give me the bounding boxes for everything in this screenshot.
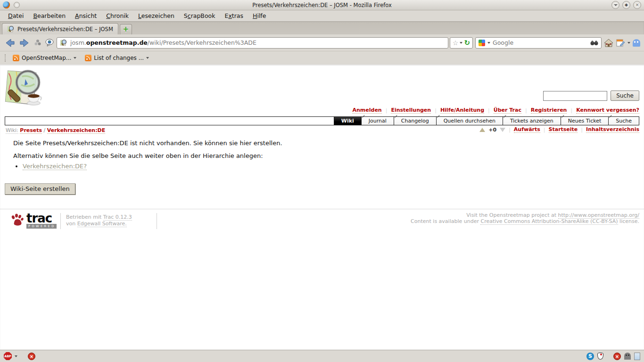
rss-feed-icon bbox=[85, 55, 91, 61]
menu-datei[interactable]: Datei bbox=[4, 11, 28, 20]
proxy-icon bbox=[34, 39, 41, 47]
new-tab-button[interactable]: + bbox=[120, 24, 132, 34]
josm-logo[interactable] bbox=[4, 67, 45, 109]
metanav-registrieren[interactable]: Registrieren bbox=[531, 107, 567, 114]
tab-journal[interactable]: Journal bbox=[361, 117, 394, 125]
quick-search: Suche bbox=[543, 90, 639, 101]
tab-wiki[interactable]: Wiki bbox=[334, 117, 361, 125]
breadcrumb-presets-link[interactable]: Presets bbox=[20, 127, 42, 134]
metanav-einstellungen[interactable]: Einstellungen bbox=[391, 107, 431, 114]
bookmark-chevron-icon[interactable] bbox=[460, 42, 462, 44]
tab-active[interactable]: Presets/Verkehrszeichen:DE – JOSM bbox=[2, 23, 118, 34]
search-bar[interactable] bbox=[475, 37, 602, 49]
binoculars-icon[interactable] bbox=[590, 40, 598, 46]
window-close-button[interactable]: × bbox=[633, 1, 641, 9]
ctxtnav-separator: | bbox=[509, 127, 511, 133]
translator-addon-button[interactable] bbox=[45, 38, 54, 48]
metanav-ueber-trac[interactable]: Über Trac bbox=[494, 107, 521, 114]
bookmark-openstreetmap[interactable]: OpenStreetMap... bbox=[11, 54, 78, 62]
metanav-kennwort[interactable]: Kennwort vergessen? bbox=[576, 107, 639, 114]
trac-logo[interactable]: trac POWERED bbox=[10, 213, 57, 229]
vote-down-icon[interactable] bbox=[500, 128, 505, 132]
tab-tickets-anzeigen[interactable]: Tickets anzeigen bbox=[503, 117, 561, 125]
create-wiki-page-button[interactable]: Wiki-Seite erstellen bbox=[5, 183, 75, 195]
ghost-addon-icon[interactable] bbox=[633, 39, 640, 47]
error-console-icon[interactable]: × bbox=[28, 353, 35, 360]
search-engine-chevron-icon[interactable] bbox=[487, 42, 490, 44]
sidebar-panel-icon[interactable] bbox=[634, 353, 640, 360]
osm-favicon-icon bbox=[7, 25, 15, 33]
tab-changelog[interactable]: Changelog bbox=[394, 117, 436, 125]
breadcrumb-verkehrszeichen-link[interactable]: Verkehrszeichen:DE bbox=[47, 127, 105, 134]
toolbar-grip[interactable] bbox=[5, 54, 6, 62]
footer-credits: Betrieben mit Trac 0.12.3 von Edgewall S… bbox=[66, 214, 132, 227]
error-status-icon[interactable]: × bbox=[613, 353, 621, 360]
ctxtnav-separator: | bbox=[544, 127, 545, 133]
ctxtnav-separator: | bbox=[581, 127, 583, 133]
menu-lesezeichen[interactable]: Lesezeichen bbox=[134, 11, 179, 20]
browser-window: Presets/Verkehrszeichen:DE – JOSM - Mozi… bbox=[0, 0, 644, 362]
window-title: Presets/Verkehrszeichen:DE – JOSM - Mozi… bbox=[0, 2, 644, 8]
ctxtnav-inhaltsverzeichnis[interactable]: Inhaltsverzeichnis bbox=[586, 126, 639, 133]
bookmark-label: List of changes ... bbox=[94, 55, 144, 61]
breadcrumb-separator: / bbox=[44, 127, 46, 133]
home-button[interactable] bbox=[604, 38, 613, 48]
forward-button[interactable] bbox=[18, 37, 31, 49]
rss-feed-icon bbox=[13, 55, 19, 61]
alternative-list: Verkehrszeichen:DE? bbox=[23, 163, 87, 170]
edgewall-link[interactable]: Edgewall Software. bbox=[77, 221, 127, 227]
window-maximize-button[interactable]: ◆ bbox=[622, 1, 630, 9]
metanav-anmelden[interactable]: Anmelden bbox=[352, 107, 381, 114]
menu-ansicht[interactable]: Ansicht bbox=[71, 11, 101, 20]
osm-project-link[interactable]: http://www.openstreetmap.org/ bbox=[558, 212, 639, 219]
trac-paw-icon bbox=[10, 213, 25, 227]
menu-scrapbook[interactable]: ScrapBook bbox=[180, 11, 220, 20]
bookmark-star-icon[interactable]: ☆ bbox=[453, 39, 459, 47]
tab-suche[interactable]: Suche bbox=[608, 117, 639, 125]
status-bar: ABP × S × bbox=[0, 350, 644, 362]
alternative-text: Alternativ können Sie die selbe Seite au… bbox=[13, 152, 263, 159]
back-button[interactable] bbox=[4, 37, 16, 49]
tab-bar: Presets/Verkehrszeichen:DE – JOSM + bbox=[0, 21, 644, 34]
ctxtnav-aufwaerts[interactable]: Aufwärts bbox=[514, 126, 540, 133]
ctxtnav-startseite[interactable]: Startseite bbox=[549, 126, 578, 133]
adblock-plus-icon[interactable]: ABP bbox=[4, 352, 12, 360]
tab-neues-ticket[interactable]: Neues Ticket bbox=[561, 117, 609, 125]
home-icon bbox=[604, 39, 613, 47]
page-content: Suche Anmelden| Einstellungen| Hilfe/Anl… bbox=[0, 65, 644, 350]
window-shade-button[interactable] bbox=[611, 1, 619, 9]
vote-count: +0 bbox=[488, 127, 496, 133]
menu-chronik[interactable]: Chronik bbox=[102, 11, 133, 20]
missing-page-link[interactable]: Verkehrszeichen:DE? bbox=[23, 163, 87, 170]
ghost-status-icon[interactable] bbox=[624, 353, 631, 360]
scrapbook-capture-button[interactable] bbox=[616, 38, 625, 48]
trac-powered-label: POWERED bbox=[26, 224, 57, 229]
urlbar-actions: ☆ ↻ bbox=[450, 37, 473, 49]
bookmarks-toolbar: OpenStreetMap... List of changes ... bbox=[0, 51, 644, 65]
menu-hilfe[interactable]: Hilfe bbox=[248, 11, 270, 20]
scrapbook-chevron-icon[interactable] bbox=[627, 42, 630, 44]
proxy-addon-button[interactable] bbox=[33, 38, 42, 48]
urlbar-favicon-icon bbox=[60, 39, 67, 47]
shield-addon-icon[interactable] bbox=[597, 353, 603, 360]
bookmark-list-of-changes[interactable]: List of changes ... bbox=[83, 54, 151, 62]
adblock-chevron-icon[interactable] bbox=[15, 355, 17, 357]
menu-bearbeiten[interactable]: Bearbeiten bbox=[29, 11, 70, 20]
tab-quellen-durchsehen[interactable]: Quellen durchsehen bbox=[436, 117, 503, 125]
search-input[interactable] bbox=[493, 39, 588, 46]
reload-button[interactable]: ↻ bbox=[464, 39, 470, 47]
skype-status-icon[interactable]: S bbox=[586, 353, 594, 360]
breadcrumb-wiki-label[interactable]: Wiki: bbox=[6, 127, 18, 134]
metanav-hilfe[interactable]: Hilfe/Anleitung bbox=[440, 107, 484, 114]
footer-divider bbox=[157, 213, 157, 229]
url-bar[interactable]: josm.openstreetmap.de/wiki/Presets/Verke… bbox=[57, 37, 448, 49]
quick-search-button[interactable]: Suche bbox=[611, 90, 639, 101]
menu-extras[interactable]: Extras bbox=[220, 11, 248, 20]
trac-version-link[interactable]: Trac 0.12.3 bbox=[103, 214, 132, 221]
page-footer: trac POWERED Betrieben mit Trac 0.12.3 v… bbox=[0, 209, 644, 237]
breadcrumb: Wiki: Presets / Verkehrszeichen:DE bbox=[6, 127, 105, 133]
vote-up-icon[interactable] bbox=[479, 128, 485, 132]
quick-search-input[interactable] bbox=[543, 91, 607, 101]
cc-license-link[interactable]: Creative Commons Attribution-ShareAlike … bbox=[480, 218, 618, 225]
chevron-down-icon bbox=[146, 57, 149, 59]
